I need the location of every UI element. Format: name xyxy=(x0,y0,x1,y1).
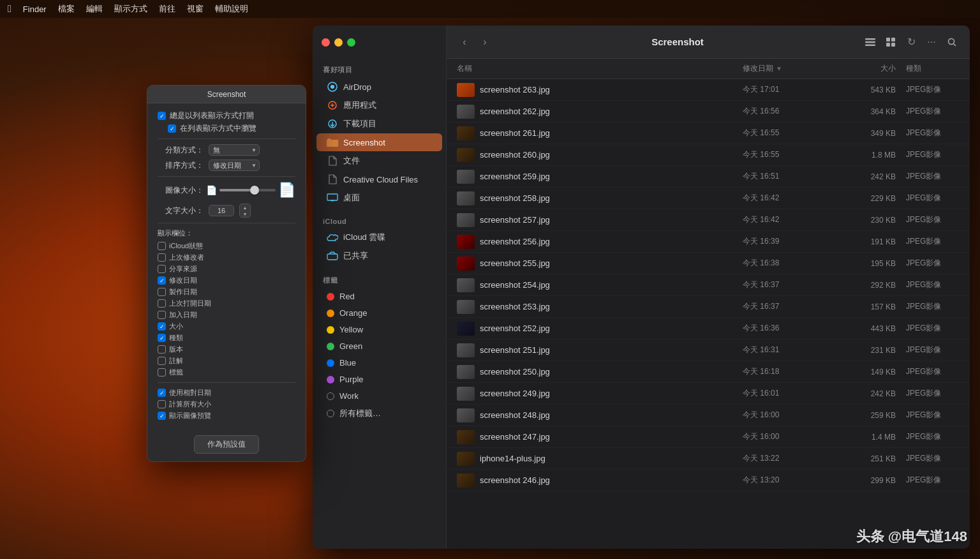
table-row[interactable]: screenshot 257.jpg 今天 16:42 230 KB JPEG影… xyxy=(447,209,970,231)
col-type-checkbox[interactable] xyxy=(158,334,166,342)
col-comment-checkbox[interactable] xyxy=(158,357,166,365)
icon-size-slider[interactable] xyxy=(219,189,276,191)
table-row[interactable]: screenshot 263.jpg 今天 17:01 543 KB JPEG影… xyxy=(447,79,970,101)
col-share-source-checkbox[interactable] xyxy=(158,265,166,273)
go-menu[interactable]: 前往 xyxy=(159,3,175,15)
table-row[interactable]: screenshot 260.jpg 今天 16:55 1.8 MB JPEG影… xyxy=(447,144,970,166)
col-name-header[interactable]: 名稱 xyxy=(457,63,743,74)
finder-window: 喜好項目 AirDrop xyxy=(313,26,970,549)
col-icloud-checkbox[interactable] xyxy=(158,242,166,250)
order-by-select[interactable]: 修改日期 xyxy=(209,160,260,171)
sidebar-item-screenshot[interactable]: Screenshot xyxy=(316,133,442,151)
table-row[interactable]: screenshot 254.jpg 今天 16:37 292 KB JPEG影… xyxy=(447,274,970,296)
table-row[interactable]: screenshot 248.jpg 今天 16:00 259 KB JPEG影… xyxy=(447,405,970,426)
col-last-opened-label: 上次打開日期 xyxy=(169,299,211,308)
divider-4 xyxy=(158,382,295,383)
sidebar-tag-green[interactable]: Green xyxy=(316,338,442,354)
sidebar-item-airdrop[interactable]: AirDrop xyxy=(316,78,442,96)
text-size-label: 文字大小： xyxy=(158,206,204,216)
table-row[interactable]: screenshot 261.jpg 今天 16:55 349 KB JPEG影… xyxy=(447,123,970,144)
col-last-opened-checkbox[interactable] xyxy=(158,299,166,308)
col-last-modified-by-checkbox[interactable] xyxy=(158,253,166,262)
col-created-date-checkbox[interactable] xyxy=(158,288,166,296)
forward-button[interactable]: › xyxy=(476,33,494,51)
file-list[interactable]: screenshot 263.jpg 今天 17:01 543 KB JPEG影… xyxy=(447,79,970,549)
file-menu[interactable]: 檔案 xyxy=(58,3,75,15)
table-row[interactable]: iphone14-plus.jpg 今天 13:22 251 KB JPEG影像 xyxy=(447,448,970,470)
use-relative-date-checkbox[interactable] xyxy=(158,389,166,397)
sidebar-icloud-drive-label: iCloud 雲碟 xyxy=(343,232,385,243)
sidebar-tag-orange[interactable]: Orange xyxy=(316,305,442,321)
sidebar-item-icloud-drive[interactable]: iCloud 雲碟 xyxy=(316,228,442,246)
sidebar-tag-purple[interactable]: Purple xyxy=(316,371,442,387)
sidebar-item-apps[interactable]: 應用程式 xyxy=(316,96,442,114)
col-tag-checkbox[interactable] xyxy=(158,368,166,376)
table-row[interactable]: screenshot 246.jpg 今天 13:20 299 KB JPEG影… xyxy=(447,470,970,491)
col-size-checkbox[interactable] xyxy=(158,322,166,331)
text-size-input[interactable] xyxy=(209,205,234,216)
apple-menu[interactable]:  xyxy=(8,3,11,15)
order-by-select-wrapper[interactable]: 修改日期 ▼ xyxy=(209,160,260,171)
col-type-header[interactable]: 種類 xyxy=(896,63,960,74)
list-view-button[interactable] xyxy=(861,33,879,51)
tag-red-label: Red xyxy=(339,292,355,301)
col-modified-date-checkbox[interactable] xyxy=(158,276,166,285)
table-row[interactable]: screenshot 262.jpg 今天 16:56 364 KB JPEG影… xyxy=(447,101,970,123)
refresh-button[interactable]: ↻ xyxy=(902,33,920,51)
back-button[interactable]: ‹ xyxy=(456,33,473,51)
browse-list-checkbox[interactable] xyxy=(168,124,176,133)
blue-tag-dot xyxy=(327,359,334,367)
col-size-label: 大小 xyxy=(169,322,183,331)
table-row[interactable]: screenshot 255.jpg 今天 16:38 195 KB JPEG影… xyxy=(447,253,970,274)
table-row[interactable]: screenshot 258.jpg 今天 16:42 229 KB JPEG影… xyxy=(447,188,970,209)
file-thumbnail xyxy=(457,343,475,357)
table-row[interactable]: screenshot 256.jpg 今天 16:39 191 KB JPEG影… xyxy=(447,231,970,253)
default-button[interactable]: 作為預設值 xyxy=(194,435,259,454)
sort-by-select[interactable]: 無 xyxy=(209,144,260,156)
slider-thumb[interactable] xyxy=(250,186,259,195)
view-menu[interactable]: 顯示方式 xyxy=(114,3,147,15)
sidebar-item-documents[interactable]: 文件 xyxy=(316,152,442,170)
table-row[interactable]: screenshot 247.jpg 今天 16:00 1.4 MB JPEG影… xyxy=(447,426,970,448)
minimize-button[interactable] xyxy=(334,38,343,47)
col-date-header[interactable]: 修改日期 ▼ xyxy=(743,63,845,74)
help-menu[interactable]: 輔助說明 xyxy=(215,3,248,15)
table-row[interactable]: screenshot 249.jpg 今天 16:01 242 KB JPEG影… xyxy=(447,383,970,405)
close-button[interactable] xyxy=(322,38,330,47)
table-row[interactable]: screenshot 259.jpg 今天 16:51 242 KB JPEG影… xyxy=(447,166,970,188)
more-button[interactable]: ··· xyxy=(923,33,940,51)
stepper-up[interactable]: ▲ xyxy=(240,204,250,211)
sidebar-tag-work[interactable]: Work xyxy=(316,388,442,404)
col-size-header[interactable]: 大小 xyxy=(845,63,896,74)
window-menu[interactable]: 視窗 xyxy=(187,3,204,15)
col-version-checkbox[interactable] xyxy=(158,345,166,354)
grid-view-button[interactable] xyxy=(882,33,900,51)
calc-all-sizes-checkbox[interactable] xyxy=(158,400,166,408)
sidebar-tag-red[interactable]: Red xyxy=(316,288,442,304)
stepper-down[interactable]: ▼ xyxy=(240,211,250,217)
search-button[interactable] xyxy=(943,33,961,51)
sort-by-select-wrapper[interactable]: 無 ▼ xyxy=(209,144,260,156)
table-row[interactable]: screenshot 250.jpg 今天 16:18 149 KB JPEG影… xyxy=(447,361,970,383)
table-row[interactable]: screenshot 253.jpg 今天 16:37 157 KB JPEG影… xyxy=(447,296,970,318)
sidebar-tag-yellow[interactable]: Yellow xyxy=(316,322,442,338)
sidebar-all-tags[interactable]: 所有標籤… xyxy=(316,405,442,422)
file-date: 今天 16:36 xyxy=(743,323,845,334)
text-size-stepper[interactable]: ▲ ▼ xyxy=(239,204,251,218)
edit-menu[interactable]: 編輯 xyxy=(86,3,103,15)
sidebar-item-downloads[interactable]: 下載項目 xyxy=(316,115,442,133)
sidebar-item-desktop[interactable]: 桌面 xyxy=(316,189,442,207)
table-row[interactable]: screenshot 252.jpg 今天 16:36 443 KB JPEG影… xyxy=(447,318,970,339)
col-added-date-checkbox[interactable] xyxy=(158,311,166,319)
file-name: screenshot 259.jpg xyxy=(480,172,743,181)
show-preview-checkbox[interactable] xyxy=(158,412,166,420)
tags-section: 標籤 Red Orange Yellow Green Blue xyxy=(313,269,446,427)
sidebar-tag-blue[interactable]: Blue xyxy=(316,355,442,371)
maximize-button[interactable] xyxy=(347,38,355,47)
file-size: 292 KB xyxy=(845,281,896,290)
sidebar-item-cloud-files[interactable]: Creative Cloud Files xyxy=(316,170,442,188)
always-list-checkbox[interactable] xyxy=(158,112,166,120)
table-row[interactable]: screenshot 251.jpg 今天 16:31 231 KB JPEG影… xyxy=(447,339,970,361)
sidebar-item-shared[interactable]: 已共享 xyxy=(316,247,442,265)
finder-menu[interactable]: Finder xyxy=(23,4,47,14)
